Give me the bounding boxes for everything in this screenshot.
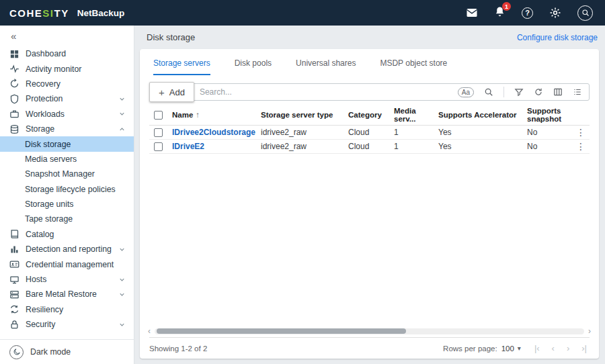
sidebar-item-media-servers[interactable]: Media servers — [0, 152, 134, 167]
scrollbar-track[interactable] — [155, 328, 584, 334]
first-page-icon[interactable]: |‹ — [534, 343, 540, 353]
sidebar-item-label: Credential management — [26, 260, 126, 269]
storage-server-name-link[interactable]: IDrivee2Cloudstorage — [172, 128, 261, 137]
sidebar-item-label: Bare Metal Restore — [26, 289, 112, 299]
add-button[interactable]: + Add — [149, 82, 194, 102]
sidebar-item-storage[interactable]: Storage — [0, 122, 134, 136]
row-actions-kebab-icon[interactable]: ⋮ — [572, 141, 590, 152]
sidebar-item-dashboard[interactable]: Dashboard — [0, 46, 134, 61]
sidebar-item-tape-storage[interactable]: Tape storage — [0, 212, 134, 226]
sidebar-item-label: Tape storage — [25, 214, 126, 224]
row-settings-icon[interactable] — [573, 87, 582, 97]
storage-server-name-link[interactable]: IDriveE2 — [172, 142, 261, 151]
configure-disk-storage-link[interactable]: Configure disk storage — [517, 33, 598, 42]
rows-per-page-value: 100 — [501, 345, 514, 353]
column-header-supports-accelerator[interactable]: Supports Accelerator — [438, 111, 527, 119]
sidebar-item-label: Activity monitor — [26, 64, 126, 74]
sidebar-item-detection-and-reporting[interactable]: Detection and reporting — [0, 242, 134, 257]
tab-msdp-object-store[interactable]: MSDP object store — [380, 58, 447, 75]
chevron-down-icon — [118, 321, 126, 328]
sidebar-nav: Dashboard Activity monitor Recovery Prot… — [0, 44, 134, 339]
refresh-icon[interactable] — [534, 87, 543, 97]
search-input[interactable] — [200, 87, 451, 97]
sidebar-item-security[interactable]: Security — [0, 317, 134, 332]
column-header-name[interactable]: Name↑ — [172, 111, 261, 119]
sidebar-item-protection[interactable]: Protection — [0, 91, 134, 106]
sidebar-item-catalog[interactable]: Catalog — [0, 227, 134, 242]
sidebar-item-label: Resiliency — [26, 305, 126, 314]
filter-icon[interactable] — [514, 87, 524, 97]
help-icon[interactable]: ? — [522, 7, 533, 19]
next-page-icon[interactable]: › — [567, 343, 569, 353]
sidebar-item-label: Disk storage — [25, 140, 126, 149]
rows-per-page: Rows per page: 100 ▾ — [443, 345, 521, 353]
sidebar-item-label: Hosts — [26, 275, 112, 284]
sidebar-item-credential-management[interactable]: Credential management — [0, 257, 134, 271]
topbar-actions: 1 ? — [466, 5, 593, 21]
chevron-up-icon — [118, 126, 126, 133]
cell-supports-snapshot: No — [527, 128, 572, 137]
sidebar-item-label: Snapshot Manager — [25, 169, 126, 179]
sidebar-item-label: Detection and reporting — [26, 244, 112, 254]
tab-disk-pools[interactable]: Disk pools — [235, 58, 272, 75]
table-row: IDriveE2 idrivee2_raw Cloud 1 Yes No ⋮ — [149, 140, 590, 154]
scroll-right-icon[interactable]: › — [586, 327, 594, 335]
sidebar-item-label: Storage — [26, 124, 112, 134]
sidebar-collapse-button[interactable]: « — [0, 26, 134, 44]
sidebar-item-workloads[interactable]: Workloads — [0, 107, 134, 122]
sidebar-item-disk-storage[interactable]: Disk storage — [0, 136, 134, 151]
chart-icon — [9, 244, 19, 255]
cell-category: Cloud — [348, 142, 394, 151]
cell-media-servers: 1 — [394, 128, 438, 137]
tab-storage-servers[interactable]: Storage servers — [153, 58, 210, 75]
column-header-supports-snapshot[interactable]: Supports snapshot — [527, 107, 572, 123]
moon-icon — [9, 345, 24, 359]
global-search-button[interactable] — [577, 5, 593, 21]
columns-icon[interactable] — [553, 87, 563, 97]
column-header-media-servers[interactable]: Media serv... — [394, 107, 438, 123]
row-checkbox[interactable] — [154, 142, 163, 151]
cohesity-logo[interactable]: COHESITY — [9, 7, 69, 19]
cell-category: Cloud — [348, 128, 394, 137]
sidebar-item-bare-metal-restore[interactable]: Bare Metal Restore — [0, 287, 134, 302]
sidebar-item-recovery[interactable]: Recovery — [0, 77, 134, 91]
sidebar-item-storage-lifecycle-policies[interactable]: Storage lifecycle policies — [0, 182, 134, 197]
notifications-button[interactable]: 1 — [494, 6, 506, 19]
storage-icon — [9, 124, 19, 134]
notification-badge: 1 — [502, 2, 511, 11]
dark-mode-label: Dark mode — [30, 347, 71, 357]
toolbar-icons: Aa — [451, 87, 589, 97]
messages-icon[interactable] — [466, 7, 478, 19]
select-all-checkbox[interactable] — [154, 111, 163, 120]
add-button-label: Add — [169, 87, 185, 97]
page-title: Disk storage — [147, 32, 195, 42]
sidebar: « Dashboard Activity monitor Recovery Pr… — [0, 26, 134, 364]
sidebar-item-snapshot-manager[interactable]: Snapshot Manager — [0, 167, 134, 181]
scroll-left-icon[interactable]: ‹ — [145, 327, 153, 335]
sidebar-item-label: Storage units — [25, 199, 126, 209]
rows-per-page-select[interactable]: 100 ▾ — [501, 345, 521, 353]
tab-universal-shares[interactable]: Universal shares — [296, 58, 356, 75]
row-checkbox[interactable] — [154, 128, 163, 137]
match-case-icon[interactable]: Aa — [458, 87, 474, 97]
sidebar-item-storage-units[interactable]: Storage units — [0, 197, 134, 212]
sidebar-item-activity-monitor[interactable]: Activity monitor — [0, 61, 134, 76]
column-header-storage-server-type[interactable]: Storage server type — [261, 111, 348, 119]
search-icon[interactable] — [484, 87, 493, 97]
recovery-icon — [9, 79, 19, 89]
column-header-category[interactable]: Category — [348, 111, 394, 119]
sidebar-item-label: Media servers — [25, 154, 126, 164]
sidebar-item-resiliency[interactable]: Resiliency — [0, 302, 134, 317]
sidebar-item-hosts[interactable]: Hosts — [0, 272, 134, 287]
last-page-icon[interactable]: ›| — [581, 343, 587, 353]
search-icon — [581, 9, 590, 17]
dark-mode-toggle[interactable]: Dark mode — [0, 339, 134, 364]
row-actions-kebab-icon[interactable]: ⋮ — [572, 127, 590, 138]
pagination: |‹ ‹ › ›| — [534, 343, 590, 353]
rows-per-page-label: Rows per page: — [443, 345, 497, 353]
gear-icon[interactable] — [549, 7, 561, 19]
scrollbar-thumb[interactable] — [157, 328, 406, 334]
table-footer: Showing 1-2 of 2 Rows per page: 100 ▾ |‹… — [149, 337, 590, 359]
chevron-down-icon — [118, 276, 126, 283]
previous-page-icon[interactable]: ‹ — [552, 343, 555, 353]
